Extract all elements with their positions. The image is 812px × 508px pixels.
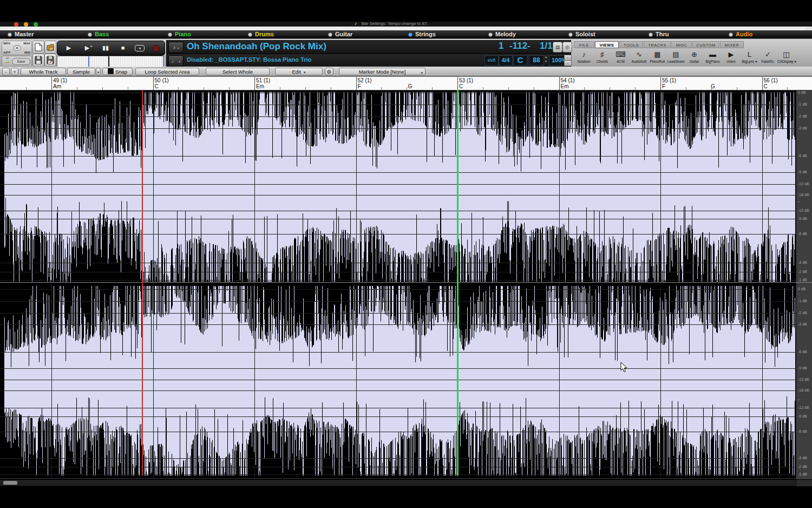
track-button-bass[interactable]: Bass [88,30,109,38]
loop-toggle-button[interactable]: ◎ [562,42,572,53]
track-button-guitar[interactable]: Guitar [328,30,352,38]
stop-button[interactable]: ■ [116,43,130,53]
ribbon-button-chords[interactable]: ♯Chords [593,49,611,67]
feel-display[interactable]: ev8 [484,55,499,66]
loop-selected-area-button[interactable]: Loop Selected Area [135,68,199,75]
edit-menu-button[interactable]: Edit ▾ [275,68,323,75]
zoom-window-icon[interactable] [34,22,38,27]
new-song-button[interactable] [32,41,44,54]
tab-custom[interactable]: CUSTOM [692,41,719,48]
track-button-soloist[interactable]: Soloist [568,30,595,38]
tab-misc[interactable]: MISC [671,41,692,48]
track-radio-icon[interactable] [408,32,412,37]
tab-tools[interactable]: TOOLS [619,41,643,48]
song-length-display[interactable]: -112- [509,41,531,51]
waveform-display[interactable] [0,90,796,479]
ribbon-button-chdisplay[interactable]: ◫ChDisplay ▾ [777,49,795,67]
track-button-melody[interactable]: Melody [488,30,516,38]
tab-mixer[interactable]: MIXER [720,41,744,48]
horizontal-scrollbar[interactable] [0,479,812,486]
save-as-button[interactable] [44,54,56,67]
ribbon-button-notation[interactable]: ♪Notation [575,49,593,67]
song-position-strip[interactable] [57,56,165,67]
format-wav-label[interactable]: WAV [3,42,10,45]
sample-button[interactable]: Sample [67,68,95,75]
song-title-menu-button[interactable]: ♪ ▾ [168,42,184,53]
play-from-button[interactable]: ▶+ [80,43,94,53]
jump-to-bar-button[interactable]: ◂ [132,43,146,53]
track-radio-icon[interactable] [8,32,12,37]
style-name[interactable]: Disabled: _BOSSAPT.STY: Bossa Piano Trio [187,56,311,63]
format-mid-label[interactable]: MID [24,51,30,54]
ribbon-button-biglyric[interactable]: LBigLyric ▾ [741,49,758,67]
tab-views[interactable]: VIEWS [595,41,619,48]
ribbon-button-acw[interactable]: ⌨ACW [612,49,630,67]
music-note-icon: ♪ [355,21,357,26]
tab-tracks[interactable]: TRACKS [644,41,671,48]
loop-start-marker[interactable] [142,90,143,476]
track-radio-icon[interactable] [729,32,733,37]
marker-mode-dropdown[interactable]: Marker Mode [None]▾ [339,68,425,75]
minimize-window-icon[interactable] [24,22,28,27]
track-radio-icon[interactable] [248,32,252,37]
track-button-master[interactable]: Master [8,30,34,38]
whole-track-button[interactable]: Whole Track [21,68,66,75]
track-button-audio[interactable]: Audio [729,30,752,38]
playback-position-marker[interactable] [457,90,459,476]
zoom-out-button[interactable]: - [2,68,10,75]
ribbon-label: ACW [612,60,630,63]
track-button-piano[interactable]: Piano [168,30,191,38]
track-radio-icon[interactable] [568,32,573,37]
volume-down-button[interactable]: ▪ [564,60,572,66]
ribbon-button-audioedit[interactable]: ∿AudioEdit [630,49,648,67]
record-button[interactable] [148,43,162,53]
track-radio-icon[interactable] [88,32,92,37]
ribbon-button-pianoroll[interactable]: ▦PianoRoll [649,49,666,67]
save-song-button[interactable] [32,54,44,67]
track-button-thru[interactable]: Thru [649,30,669,38]
db-scale-label: -3 dB [798,456,807,460]
zoom-in-button[interactable]: + [11,68,18,75]
track-radio-icon[interactable] [328,32,332,37]
chorus-display[interactable]: 1/1 [540,41,553,51]
open-song-button[interactable] [44,41,56,54]
snap-toggle[interactable]: Snap [102,68,133,75]
select-whole-button[interactable]: Select Whole [206,68,270,75]
ribbon-button-bigpiano[interactable]: ▬BigPiano [704,49,722,67]
tab-file[interactable]: FILE [574,41,594,48]
format-aiff-label[interactable]: AIFF [3,51,10,54]
format-m4a-label[interactable]: M4A [23,42,30,45]
copy-song-button[interactable]: ▤ [553,42,562,53]
ribbon-button-fakesh[interactable]: ✓FakeSh. [759,49,777,67]
audio-format-pad[interactable]: WAV M4A AIFF MID [2,41,32,55]
sample-dropdown-button[interactable]: ▾ [96,68,101,75]
tempo-up-icon[interactable]: ▲ [545,56,547,58]
song-title[interactable]: Oh Shenandoah (Pop Rock Mix) [187,41,326,52]
ribbon-button-guitar[interactable]: ⊕Guitar [685,49,703,67]
ribbon-button-leadsheet[interactable]: ▤LeadSheet [667,49,685,67]
tempo-down-icon[interactable]: ▼ [545,60,547,63]
ribbon-button-video[interactable]: ▶Video [722,49,740,67]
track-radio-icon[interactable] [168,32,172,37]
snap-checkbox[interactable] [108,68,114,74]
time-signature-display[interactable]: 4/4 [499,55,513,66]
close-window-icon[interactable] [14,22,18,27]
save-pill-button[interactable]: Save [12,58,30,65]
track-button-strings[interactable]: Strings [408,30,436,38]
format-selector-knob[interactable] [13,45,21,51]
track-radio-icon[interactable] [488,32,493,37]
db-gridline [0,211,796,211]
chord-label: Em [561,83,569,89]
tempo-display[interactable]: 88 [529,55,544,66]
track-radio-icon[interactable] [649,32,653,37]
key-display[interactable]: C [513,55,527,66]
track-button-drums[interactable]: Drums [248,30,274,38]
track-label: Guitar [335,30,352,38]
current-bar-display[interactable]: 1 [499,41,503,51]
style-menu-button[interactable]: ♩ ▾ [168,55,184,67]
bar-chord-ruler[interactable]: 49 (1)Am50 (1)C51 (1)Em52 (1)FG53 (1)C54… [0,76,812,90]
pause-button[interactable]: ▮▮ [99,43,113,53]
play-button[interactable]: ▶ [62,43,76,53]
settings-gear-button[interactable]: ⚙ [325,68,333,75]
scrollbar-thumb[interactable] [3,481,17,485]
